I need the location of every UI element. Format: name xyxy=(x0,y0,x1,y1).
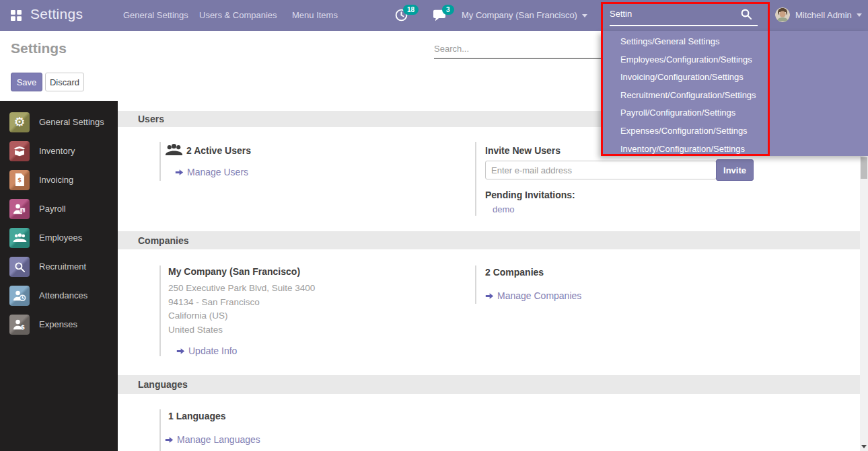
vertical-scrollbar[interactable] xyxy=(860,156,868,451)
search-result-item[interactable]: Inventory/Configuration/Settings xyxy=(601,140,868,159)
menu-search-dropdown: Settings/General Settings Employees/Conf… xyxy=(601,31,868,156)
company-switcher[interactable]: My Company (San Francisco) xyxy=(462,10,587,20)
update-info-link[interactable]: Update Info xyxy=(176,345,237,356)
sidebar-item-attendances[interactable]: Attendances xyxy=(0,281,118,310)
menu-search-input[interactable] xyxy=(610,5,744,22)
discuss-badge[interactable]: 3 xyxy=(442,5,454,15)
activities-badge[interactable]: 18 xyxy=(403,5,419,15)
column-divider xyxy=(159,409,161,451)
save-button[interactable]: Save xyxy=(11,73,42,91)
manage-languages-link[interactable]: Manage Languages xyxy=(165,434,260,445)
svg-text:$: $ xyxy=(21,323,25,330)
search-result-item[interactable]: Payroll/Configuration/Settings xyxy=(601,104,868,122)
svg-text:$: $ xyxy=(17,177,22,183)
nav-menu-general-settings[interactable]: General Settings xyxy=(123,10,188,20)
avatar xyxy=(775,7,790,22)
search-result-item[interactable]: Settings/General Settings xyxy=(601,33,868,51)
expenses-person-dollar-icon: $ xyxy=(9,315,30,335)
search-result-item[interactable]: Recruitment/Configuration/Settings xyxy=(601,87,868,105)
records-search-input[interactable] xyxy=(434,39,601,59)
column-divider xyxy=(475,265,476,304)
pending-invitation-user[interactable]: demo xyxy=(493,204,515,214)
column-divider xyxy=(475,142,476,216)
companies-count: 2 Companies xyxy=(485,267,544,278)
arrow-right-icon xyxy=(176,347,185,356)
active-users-count: 2 Active Users xyxy=(186,145,251,156)
caret-down-icon xyxy=(857,13,862,17)
company-address: 250 Executive Park Blvd, Suite 3400 9413… xyxy=(168,282,315,337)
section-header-companies: Companies xyxy=(118,231,860,249)
odoo-settings-screen: Settings General Settings Users & Compan… xyxy=(0,0,868,451)
scrollbar-thumb[interactable] xyxy=(861,157,867,179)
search-results-list: Settings/General Settings Employees/Conf… xyxy=(601,31,868,158)
search-result-item[interactable]: Employees/Configuration/Settings xyxy=(601,51,868,69)
sidebar-item-general-settings[interactable]: ⚙ General Settings xyxy=(0,108,118,136)
sidebar-item-payroll[interactable]: $ Payroll xyxy=(0,194,118,223)
recruitment-magnifier-icon xyxy=(9,257,30,277)
company-name-label: My Company (San Francisco) xyxy=(462,10,577,20)
search-input-underline xyxy=(610,25,758,26)
employees-group-icon xyxy=(9,228,30,248)
active-users-group-icon xyxy=(165,142,183,159)
payroll-person-card-icon: $ xyxy=(9,199,30,219)
column-divider xyxy=(159,142,161,181)
company-name: My Company (San Francisco) xyxy=(168,266,300,277)
nav-menu-menu-items[interactable]: Menu Items xyxy=(292,10,338,20)
sidebar-item-recruitment[interactable]: Recruitment xyxy=(0,252,118,281)
sidebar-item-expenses[interactable]: $ Expenses xyxy=(0,310,118,339)
invoice-document-icon: $ xyxy=(9,170,30,190)
section-header-languages: Languages xyxy=(118,375,860,394)
column-divider xyxy=(159,265,161,356)
search-result-item[interactable]: Expenses/Configuration/Settings xyxy=(601,122,868,140)
address-line: 94134 - San Francisco xyxy=(168,296,315,310)
address-line: United States xyxy=(168,323,315,337)
user-menu[interactable]: Mitchell Admin xyxy=(775,7,862,22)
invite-new-users-label: Invite New Users xyxy=(485,145,560,156)
svg-text:$: $ xyxy=(22,208,24,212)
arrow-right-icon xyxy=(165,436,174,444)
languages-count: 1 Languages xyxy=(168,411,226,421)
arrow-right-icon xyxy=(485,292,494,300)
settings-sidebar: ⚙ General Settings Inventory $ Invoicing… xyxy=(0,101,118,451)
pending-invitations-label: Pending Invitations: xyxy=(485,190,575,200)
arrow-right-icon xyxy=(175,168,184,177)
top-navbar: Settings General Settings Users & Compan… xyxy=(0,0,868,31)
gear-icon: ⚙ xyxy=(9,112,30,132)
apps-grid-icon[interactable] xyxy=(11,10,22,21)
invite-email-input[interactable] xyxy=(485,161,717,179)
inventory-box-icon xyxy=(9,141,30,161)
menu-search-box xyxy=(601,0,770,31)
app-brand-title[interactable]: Settings xyxy=(30,6,83,22)
discard-button[interactable]: Discard xyxy=(45,73,84,91)
search-magnifier-icon[interactable] xyxy=(740,8,752,20)
invite-button[interactable]: Invite xyxy=(716,159,754,181)
sidebar-item-invoicing[interactable]: $ Invoicing xyxy=(0,165,118,194)
manage-companies-link[interactable]: Manage Companies xyxy=(485,290,581,301)
search-result-item[interactable]: Invoicing/Configuration/Settings xyxy=(601,69,868,87)
sidebar-item-employees[interactable]: Employees xyxy=(0,223,118,252)
page-title: Settings xyxy=(11,40,67,56)
caret-down-icon xyxy=(582,14,587,17)
address-line: California (US) xyxy=(168,309,315,323)
manage-users-link[interactable]: Manage Users xyxy=(175,167,248,177)
attendance-person-clock-icon xyxy=(9,286,30,306)
address-line: 250 Executive Park Blvd, Suite 3400 xyxy=(168,282,315,296)
user-name-label: Mitchell Admin xyxy=(795,10,852,20)
nav-menu-users-companies[interactable]: Users & Companies xyxy=(199,10,277,20)
scrollbar-down-arrow[interactable] xyxy=(861,445,867,448)
sidebar-item-inventory[interactable]: Inventory xyxy=(0,136,118,165)
